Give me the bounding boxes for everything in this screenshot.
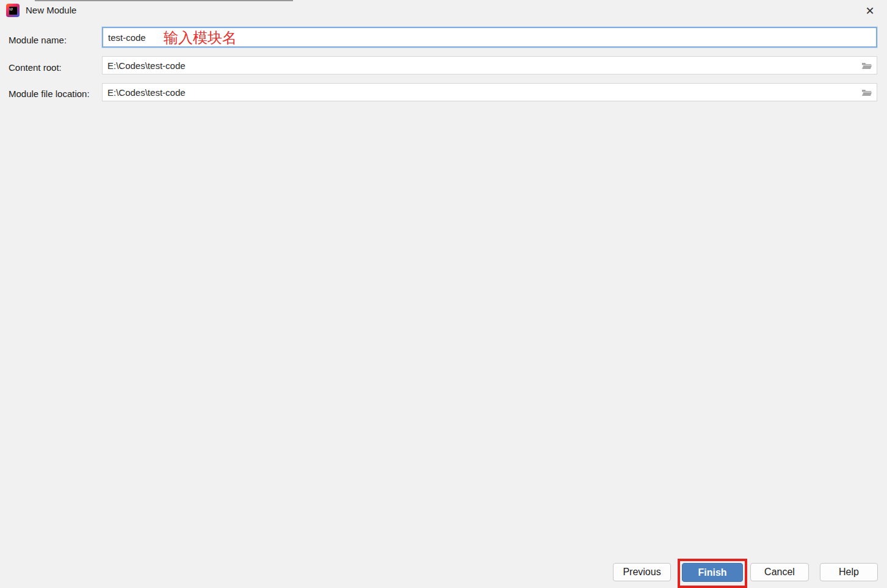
folder-open-icon bbox=[861, 61, 872, 70]
close-icon[interactable]: ✕ bbox=[860, 2, 880, 20]
content-root-browse-folder-icon[interactable] bbox=[860, 59, 874, 72]
help-button[interactable]: Help bbox=[820, 563, 878, 581]
module-file-location-browse-folder-icon[interactable] bbox=[860, 85, 874, 99]
module-file-location-label: Module file location: bbox=[9, 89, 90, 99]
content-root-label: Content root: bbox=[9, 62, 62, 73]
module-name-label: Module name: bbox=[9, 35, 67, 45]
intellij-idea-icon: IJ bbox=[6, 4, 20, 17]
previous-button[interactable]: Previous bbox=[613, 563, 671, 581]
titlebar: IJ New Module ✕ bbox=[0, 0, 887, 22]
window-title: New Module bbox=[26, 5, 76, 15]
content-root-input[interactable] bbox=[102, 56, 877, 74]
module-file-location-input[interactable] bbox=[102, 83, 877, 101]
module-name-input[interactable] bbox=[102, 27, 877, 48]
folder-open-icon bbox=[861, 88, 872, 97]
intellij-idea-icon-letters: IJ bbox=[9, 7, 17, 15]
cancel-button[interactable]: Cancel bbox=[750, 563, 809, 581]
finish-button[interactable]: Finish bbox=[682, 563, 743, 582]
